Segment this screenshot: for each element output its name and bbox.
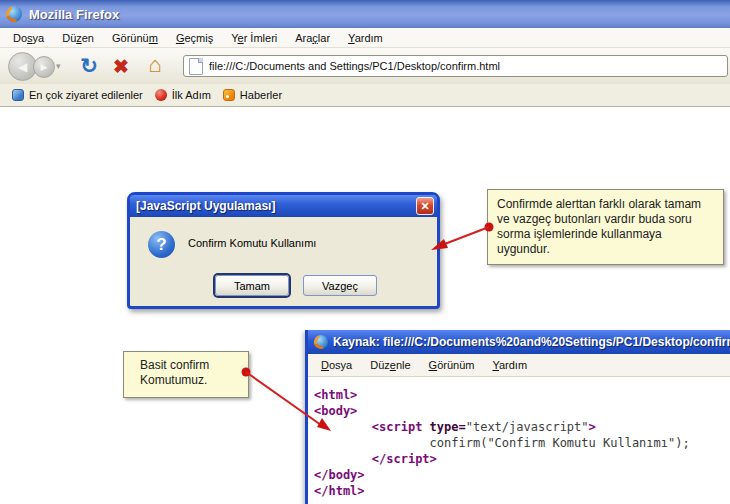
rss-feed-icon: [223, 89, 235, 101]
ok-button[interactable]: Tamam: [215, 275, 289, 296]
source-menubar: Dosya Düzenle Görünüm Yardım: [308, 354, 730, 377]
close-icon[interactable]: ✕: [416, 197, 434, 215]
source-titlebar[interactable]: Kaynak: file:///C:/Documents%20and%20Set…: [308, 330, 730, 354]
menu-yer-imleri[interactable]: Yer İmleri: [222, 30, 286, 46]
menu-gorunum[interactable]: Görünüm: [103, 30, 167, 46]
firefox-logo-icon: [6, 6, 22, 22]
source-menu-yardim[interactable]: Yardım: [483, 357, 536, 373]
bookmark-haberler[interactable]: Haberler: [217, 87, 288, 103]
stop-icon[interactable]: ✖: [108, 53, 134, 79]
dialog-titlebar[interactable]: [JavaScript Uygulaması] ✕: [130, 195, 437, 217]
bookmark-ilk-adim[interactable]: İlk Adım: [149, 87, 217, 103]
bookmarks-toolbar: En çok ziyaret edilenler İlk Adım Haberl…: [0, 84, 730, 107]
firefox-titlebar: Mozilla Firefox: [0, 0, 730, 28]
bookmark-label: En çok ziyaret edilenler: [29, 89, 143, 101]
menu-duzen[interactable]: Düzen: [53, 30, 103, 46]
bookmark-label: İlk Adım: [172, 89, 211, 101]
source-code-line: </body>: [314, 467, 726, 483]
source-code-line: <script type="text/javascript">: [314, 419, 726, 435]
source-code-line: <body>: [314, 403, 726, 419]
dialog-message: Confirm Komutu Kullanımı: [188, 237, 316, 249]
page-favicon-icon: [189, 58, 203, 75]
cancel-button[interactable]: Vazgeç: [303, 275, 377, 296]
window-title: Mozilla Firefox: [29, 7, 119, 22]
bookmark-label: Haberler: [240, 89, 282, 101]
screenshot-root: Mozilla Firefox Dosya Düzen Görünüm Geçm…: [0, 0, 730, 504]
menu-dosya[interactable]: Dosya: [4, 30, 53, 46]
source-code-line: <html>: [314, 387, 726, 403]
menu-araclar[interactable]: Araçlar: [286, 30, 339, 46]
forward-button[interactable]: ▶: [33, 56, 55, 78]
menu-gecmis[interactable]: Geçmiş: [167, 30, 222, 46]
address-input[interactable]: [209, 60, 727, 72]
source-code-line: </html>: [314, 483, 726, 499]
source-code-line: </script>: [314, 451, 726, 467]
annotation-note-confirm-explanation: Confirmde alerttan farklı olarak tamam v…: [487, 189, 724, 265]
view-source-window: Kaynak: file:///C:/Documents%20and%20Set…: [305, 330, 730, 504]
dialog-title: [JavaScript Uygulaması]: [136, 199, 275, 213]
firefox-menubar: Dosya Düzen Görünüm Geçmiş Yer İmleri Ar…: [0, 28, 730, 48]
source-code-view: <html><body> <script type="text/javascri…: [308, 377, 730, 503]
getting-started-icon: [155, 89, 167, 101]
home-icon[interactable]: ⌂: [142, 52, 168, 78]
source-window-title: Kaynak: file:///C:/Documents%20and%20Set…: [333, 335, 730, 349]
menu-yardim[interactable]: Yardım: [339, 30, 392, 46]
source-menu-gorunum[interactable]: Görünüm: [420, 357, 484, 373]
reload-icon[interactable]: ↻: [76, 53, 102, 79]
bookmark-most-visited[interactable]: En çok ziyaret edilenler: [6, 87, 149, 103]
address-bar[interactable]: [183, 55, 728, 77]
firefox-logo-icon: [314, 335, 328, 349]
most-visited-icon: [12, 89, 24, 101]
history-dropdown-icon[interactable]: ▾: [56, 61, 61, 71]
question-mark-icon: ?: [148, 231, 175, 258]
source-menu-dosya[interactable]: Dosya: [312, 357, 361, 373]
source-menu-duzenle[interactable]: Düzenle: [361, 357, 419, 373]
source-code-line: confirm("Confirm Komutu Kullanımı");: [314, 435, 726, 451]
javascript-confirm-dialog: [JavaScript Uygulaması] ✕ ? Confirm Komu…: [127, 192, 440, 309]
annotation-note-basic-confirm: Basit confirm Komutumuz.: [123, 351, 249, 398]
